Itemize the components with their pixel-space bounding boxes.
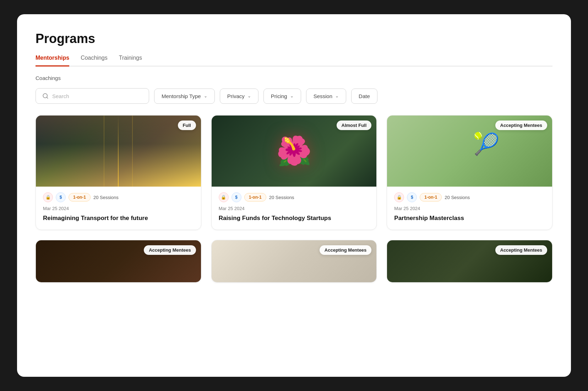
chevron-down-icon: ⌄: [290, 93, 294, 98]
privacy-filter[interactable]: Privacy ⌄: [220, 89, 258, 104]
status-badge: Accepting Mentees: [495, 245, 547, 255]
status-badge: Accepting Mentees: [320, 245, 371, 255]
app-container: Programs Mentorships Coachings Trainings…: [17, 14, 571, 377]
card-image-wrap: Full: [36, 116, 201, 187]
sessions-count: 20 Sessions: [93, 195, 119, 200]
tabs-bar: Mentorships Coachings Trainings: [36, 55, 552, 66]
status-badge: Almost Full: [337, 120, 372, 130]
dollar-icon: $: [56, 192, 66, 202]
svg-line-1: [47, 97, 48, 98]
search-box: [36, 88, 149, 104]
lock-icon: 🔒: [219, 192, 229, 202]
tab-coachings[interactable]: Coachings: [81, 55, 108, 66]
sessions-count: 20 Sessions: [269, 195, 294, 200]
section-label: Coachings: [36, 75, 552, 81]
session-type-tag: 1-on-1: [244, 193, 266, 202]
cards-grid: Full 🔒 $ 1-on-1 20 Sessions Mar 25 2024 …: [36, 115, 552, 283]
dollar-icon: $: [407, 192, 417, 202]
session-type-tag: 1-on-1: [69, 193, 91, 202]
card-date: Mar 25 2024: [43, 206, 194, 211]
session-label: Session: [314, 93, 332, 99]
lock-icon: 🔒: [43, 192, 53, 202]
program-card[interactable]: Accepting Mentees: [36, 240, 201, 283]
privacy-label: Privacy: [227, 93, 245, 99]
pricing-filter[interactable]: Pricing ⌄: [263, 89, 301, 104]
program-card[interactable]: Accepting Mentees: [387, 240, 552, 283]
search-input[interactable]: [52, 93, 142, 99]
search-icon: [42, 93, 49, 99]
program-card[interactable]: Accepting Mentees 🔒 $ 1-on-1 20 Sessions…: [387, 115, 552, 230]
card-image-wrap: Accepting Mentees: [387, 240, 552, 283]
status-badge: Accepting Mentees: [144, 245, 196, 255]
chevron-down-icon: ⌄: [335, 93, 339, 98]
date-label: Date: [359, 93, 370, 99]
card-body: 🔒 $ 1-on-1 20 Sessions Mar 25 2024 Reima…: [36, 187, 201, 230]
status-badge: Full: [178, 120, 196, 130]
card-title: Partnership Masterclass: [394, 214, 545, 223]
card-date: Mar 25 2024: [394, 206, 545, 211]
mentorship-type-label: Mentorship Type: [162, 93, 201, 99]
filters-bar: Mentorship Type ⌄ Privacy ⌄ Pricing ⌄ Se…: [36, 88, 552, 104]
card-title: Reimagining Transport for the future: [43, 214, 194, 223]
card-tags: 🔒 $ 1-on-1 20 Sessions: [43, 192, 194, 202]
card-title: Raising Funds for Technology Startups: [219, 214, 370, 223]
card-image-wrap: Accepting Mentees: [212, 240, 377, 283]
sessions-count: 20 Sessions: [445, 195, 470, 200]
date-filter[interactable]: Date: [351, 89, 377, 104]
tab-trainings[interactable]: Trainings: [119, 55, 142, 66]
dollar-icon: $: [232, 192, 241, 202]
session-filter[interactable]: Session ⌄: [306, 89, 346, 104]
program-card[interactable]: Accepting Mentees: [211, 240, 377, 283]
card-image: [36, 116, 201, 187]
lock-icon: 🔒: [394, 192, 404, 202]
card-image-wrap: Accepting Mentees: [36, 240, 201, 283]
card-body: 🔒 $ 1-on-1 20 Sessions Mar 25 2024 Raisi…: [212, 187, 377, 230]
card-image-wrap: Accepting Mentees: [387, 116, 552, 187]
chevron-down-icon: ⌄: [247, 93, 251, 98]
tab-mentorships[interactable]: Mentorships: [36, 55, 69, 66]
chevron-down-icon: ⌄: [204, 93, 207, 98]
card-body: 🔒 $ 1-on-1 20 Sessions Mar 25 2024 Partn…: [387, 187, 552, 230]
pricing-label: Pricing: [271, 93, 287, 99]
program-card[interactable]: Full 🔒 $ 1-on-1 20 Sessions Mar 25 2024 …: [36, 115, 201, 230]
card-tags: 🔒 $ 1-on-1 20 Sessions: [219, 192, 370, 202]
program-card[interactable]: Almost Full 🔒 $ 1-on-1 20 Sessions Mar 2…: [211, 115, 377, 230]
status-badge: Accepting Mentees: [495, 120, 547, 130]
mentorship-type-filter[interactable]: Mentorship Type ⌄: [154, 89, 215, 104]
card-tags: 🔒 $ 1-on-1 20 Sessions: [394, 192, 545, 202]
session-type-tag: 1-on-1: [420, 193, 442, 202]
card-date: Mar 25 2024: [219, 206, 370, 211]
card-image-wrap: Almost Full: [212, 116, 377, 187]
page-title: Programs: [36, 31, 552, 46]
